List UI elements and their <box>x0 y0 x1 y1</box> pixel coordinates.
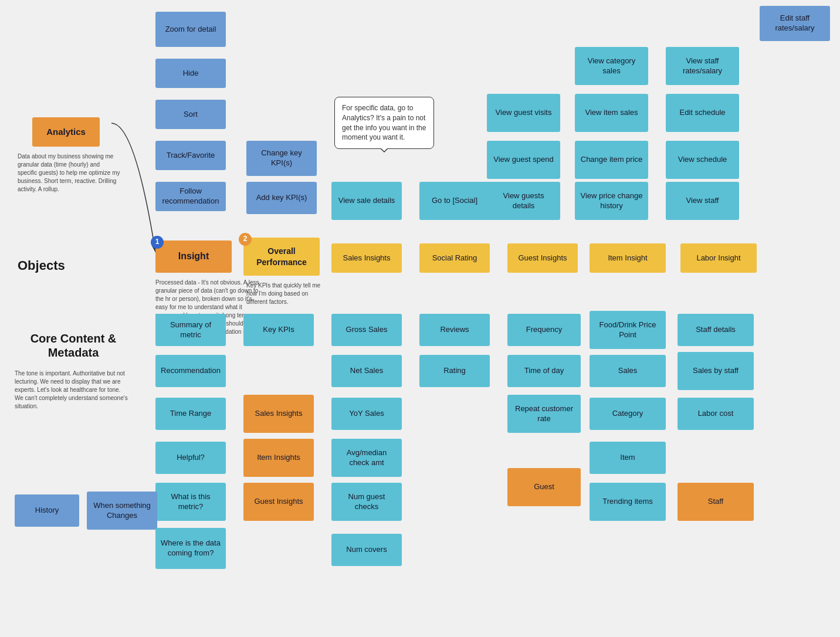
sales-by-staff-card[interactable]: Sales by staff <box>678 352 754 390</box>
staff-details-card[interactable]: Staff details <box>678 314 754 346</box>
objects-label: Objects <box>18 258 65 273</box>
net-sales-card[interactable]: Net Sales <box>331 355 402 387</box>
view-item-sales-card[interactable]: View item sales <box>575 94 648 132</box>
view-schedule-card[interactable]: View schedule <box>666 141 739 179</box>
time-of-day-card[interactable]: Time of day <box>507 355 581 387</box>
when-something-changes-card[interactable]: When something Changes <box>87 492 157 530</box>
circle-1: 1 <box>151 236 164 249</box>
summary-of-metric-card[interactable]: Summary of metric <box>155 314 226 346</box>
analytics-card[interactable]: Analytics <box>32 117 100 147</box>
gross-sales-card[interactable]: Gross Sales <box>331 314 402 346</box>
what-is-metric-card[interactable]: What is this metric? <box>155 483 226 521</box>
speech-bubble: For specific data, go to Analytics? It's… <box>334 97 434 149</box>
overall-perf-desc: Key KPIs that quickly tell me how I'm do… <box>246 282 323 306</box>
view-staff-rates-card[interactable]: View staff rates/salary <box>666 47 739 85</box>
time-range-card[interactable]: Time Range <box>155 398 226 430</box>
category-card[interactable]: Category <box>590 398 666 430</box>
num-guest-checks-card[interactable]: Num guest checks <box>331 483 402 521</box>
where-data-card[interactable]: Where is the data coming from? <box>155 528 226 569</box>
sales-insights-tab-card[interactable]: Sales Insights <box>331 243 402 273</box>
view-guest-visits-card[interactable]: View guest visits <box>487 94 560 132</box>
view-staff-card[interactable]: View staff <box>666 182 739 220</box>
staff-orange-card[interactable]: Staff <box>678 483 754 521</box>
guest-insights-tab-card[interactable]: Guest Insights <box>507 243 578 273</box>
reviews-card[interactable]: Reviews <box>419 314 490 346</box>
insight-card[interactable]: 1 Insight <box>155 240 232 273</box>
view-guests-details-card[interactable]: View guests details <box>487 182 560 220</box>
item-insight-tab-card[interactable]: Item Insight <box>590 243 666 273</box>
follow-recommendation-card[interactable]: Follow recommendation <box>155 182 226 211</box>
sales-insights-orange-card[interactable]: Sales Insights <box>243 395 314 433</box>
frequency-card[interactable]: Frequency <box>507 314 581 346</box>
hide-card[interactable]: Hide <box>155 59 226 88</box>
circle-2: 2 <box>239 233 252 246</box>
labor-cost-card[interactable]: Labor cost <box>678 398 754 430</box>
sales-card[interactable]: Sales <box>590 355 666 387</box>
guest-orange-card[interactable]: Guest <box>507 468 581 506</box>
item-card[interactable]: Item <box>590 442 666 474</box>
edit-staff-rates-card[interactable]: Edit staff rates/salary <box>760 6 830 41</box>
edit-schedule-card[interactable]: Edit schedule <box>666 94 739 132</box>
view-category-sales-card[interactable]: View category sales <box>575 47 648 85</box>
labor-insight-tab-card[interactable]: Labor Insight <box>680 243 757 273</box>
view-sale-details-card[interactable]: View sale details <box>331 182 402 220</box>
rating-card[interactable]: Rating <box>419 355 490 387</box>
repeat-customer-rate-card[interactable]: Repeat customer rate <box>507 395 581 433</box>
zoom-for-detail-card[interactable]: Zoom for detail <box>155 12 226 47</box>
view-guest-spend-card[interactable]: View guest spend <box>487 141 560 179</box>
social-rating-tab-card[interactable]: Social Rating <box>419 243 490 273</box>
recommendation-card[interactable]: Recommendation <box>155 355 226 387</box>
go-to-social-card[interactable]: Go to [Social] <box>419 182 490 220</box>
sort-card[interactable]: Sort <box>155 100 226 129</box>
tone-note: The tone is important. Authoritative but… <box>15 370 129 411</box>
key-kpis-card[interactable]: Key KPIs <box>243 314 314 346</box>
view-price-change-history-card[interactable]: View price change history <box>575 182 648 220</box>
change-item-price-card[interactable]: Change item price <box>575 141 648 179</box>
item-insights-orange-card[interactable]: Item Insights <box>243 439 314 477</box>
track-favorite-card[interactable]: Track/Favorite <box>155 141 226 170</box>
add-key-kpis-card[interactable]: Add key KPI(s) <box>246 182 317 214</box>
analytics-desc: Data about my business showing me granul… <box>18 153 120 194</box>
avg-median-check-card[interactable]: Avg/median check amt <box>331 439 402 477</box>
history-card[interactable]: History <box>15 494 79 527</box>
trending-items-card[interactable]: Trending items <box>590 483 666 521</box>
yoy-sales-card[interactable]: YoY Sales <box>331 398 402 430</box>
core-content-label: Core Content & Metadata <box>15 331 132 360</box>
food-drink-price-point-card[interactable]: Food/Drink Price Point <box>590 311 666 349</box>
overall-performance-card[interactable]: 2 Overall Performance <box>243 238 320 276</box>
change-key-kpis-card[interactable]: Change key KPI(s) <box>246 141 317 176</box>
guest-insights-orange-card[interactable]: Guest Insights <box>243 483 314 521</box>
num-covers-card[interactable]: Num covers <box>331 534 402 566</box>
helpful-card[interactable]: Helpful? <box>155 442 226 474</box>
